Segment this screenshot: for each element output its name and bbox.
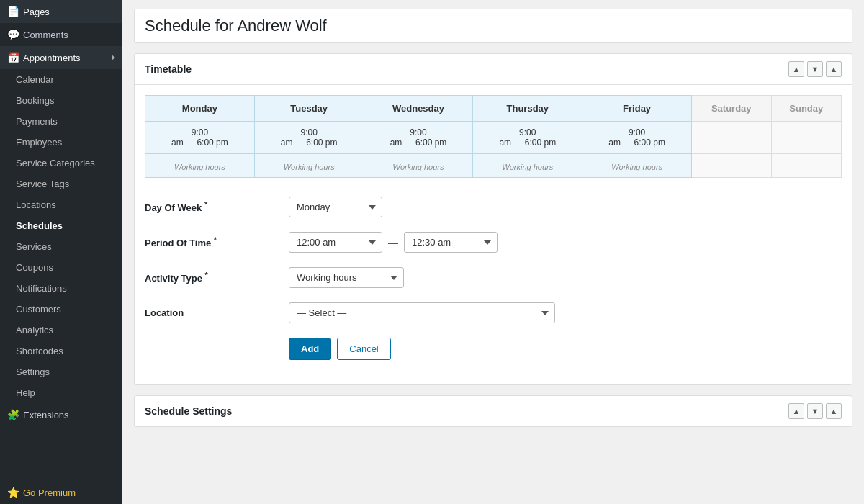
- schedule-settings-down-btn[interactable]: ▼: [807, 403, 823, 419]
- panel-minimize-btn[interactable]: ▲: [826, 61, 842, 77]
- sidebar-item-go-premium[interactable]: ⭐ Go Premium: [0, 481, 122, 504]
- monday-label: Working hours: [153, 163, 247, 171]
- thursday-time-cell: 9:00am — 6:00 pm: [473, 122, 582, 154]
- sidebar-sub-label: Schedules: [16, 220, 63, 231]
- sidebar-sub-label: Locations: [16, 199, 56, 210]
- form-row-day-of-week: Day Of Week * Monday Tuesday Wednesday T…: [145, 197, 842, 217]
- day-tuesday-header: Tuesday: [254, 96, 364, 122]
- sidebar-sub-label: Service Tags: [16, 179, 69, 189]
- appointments-icon: 📅: [7, 52, 19, 63]
- sidebar-item-notifications[interactable]: Notifications: [0, 278, 122, 299]
- day-of-week-label: Day Of Week *: [145, 200, 289, 213]
- sidebar-sub-label: Settings: [16, 366, 50, 377]
- saturday-label-cell: [691, 154, 771, 178]
- sidebar-sub-label: Help: [16, 387, 35, 398]
- sunday-label-cell: [771, 154, 841, 178]
- sidebar-item-label: Pages: [23, 6, 50, 17]
- sidebar-item-payments[interactable]: Payments: [0, 111, 122, 132]
- monday-label-cell: Working hours: [145, 154, 255, 178]
- period-end-select[interactable]: 12:30 am 1:00 am 1:30 am 9:00 am 12:00 p…: [404, 232, 498, 253]
- sidebar-item-label: Extensions: [23, 410, 69, 420]
- form-row-location: Location — Select —: [145, 302, 842, 323]
- wednesday-time: 9:00am — 6:00 pm: [372, 127, 466, 148]
- sidebar-item-service-tags[interactable]: Service Tags: [0, 174, 122, 194]
- cancel-button[interactable]: Cancel: [337, 338, 390, 360]
- period-of-time-label: Period Of Time *: [145, 235, 289, 248]
- sidebar-item-pages[interactable]: 📄 Pages: [0, 0, 122, 23]
- schedule-settings-up-btn[interactable]: ▲: [788, 403, 804, 419]
- sidebar-sub-label: Customers: [16, 304, 61, 315]
- period-of-time-controls: 12:00 am 12:30 am 1:00 am 9:00 am 12:00 …: [289, 232, 498, 253]
- sidebar-item-calendar[interactable]: Calendar: [0, 69, 122, 90]
- sidebar-item-shortcodes[interactable]: Shortcodes: [0, 341, 122, 361]
- sidebar-item-appointments[interactable]: 📅 Appointments: [0, 46, 122, 69]
- sidebar-item-extensions[interactable]: 🧩 Extensions: [0, 403, 122, 426]
- sidebar-item-comments[interactable]: 💬 Comments: [0, 23, 122, 46]
- schedule-settings-panel: Schedule Settings ▲ ▼ ▲: [134, 395, 852, 427]
- activity-type-controls: Working hours Break Day off: [289, 267, 404, 288]
- sidebar-item-label: Comments: [23, 30, 68, 40]
- sidebar-item-bookings[interactable]: Bookings: [0, 90, 122, 111]
- sidebar-sub-label: Bookings: [16, 95, 54, 106]
- sidebar-item-label: Appointments: [23, 53, 81, 63]
- location-controls: — Select —: [289, 302, 555, 323]
- day-saturday-header: Saturday: [691, 96, 771, 122]
- sidebar-item-locations[interactable]: Locations: [0, 194, 122, 215]
- form-buttons: Add Cancel: [289, 338, 391, 360]
- sidebar-sub-label: Analytics: [16, 325, 53, 336]
- sidebar-sub-label: Calendar: [16, 74, 54, 85]
- location-select[interactable]: — Select —: [289, 302, 555, 323]
- form-row-activity-type: Activity Type * Working hours Break Day …: [145, 267, 842, 288]
- panel-controls: ▲ ▼ ▲: [788, 61, 842, 77]
- sidebar-sub-label: Coupons: [16, 262, 53, 273]
- tuesday-time: 9:00am — 6:00 pm: [262, 127, 356, 148]
- tuesday-time-cell: 9:00am — 6:00 pm: [254, 122, 364, 154]
- day-sunday-header: Sunday: [771, 96, 841, 122]
- panel-collapse-up-btn[interactable]: ▲: [788, 61, 804, 77]
- go-premium-label: Go Premium: [23, 487, 76, 498]
- thursday-time: 9:00am — 6:00 pm: [480, 127, 575, 148]
- sidebar-item-employees[interactable]: Employees: [0, 132, 122, 153]
- timetable-panel-body: Monday Tuesday Wednesday Thursday Friday…: [135, 85, 852, 384]
- day-of-week-controls: Monday Tuesday Wednesday Thursday Friday…: [289, 197, 382, 217]
- premium-icon: ⭐: [7, 487, 19, 498]
- timetable-panel: Timetable ▲ ▼ ▲ Monday Tuesday Wednesday…: [134, 53, 852, 385]
- sidebar-item-analytics[interactable]: Analytics: [0, 320, 122, 341]
- timetable-title: Timetable: [145, 63, 192, 75]
- panel-collapse-down-btn[interactable]: ▼: [807, 61, 823, 77]
- thursday-label: Working hours: [480, 163, 575, 171]
- schedule-settings-minimize-btn[interactable]: ▲: [826, 403, 842, 419]
- period-dash: —: [388, 237, 398, 248]
- day-wednesday-header: Wednesday: [364, 96, 473, 122]
- location-label: Location: [145, 307, 289, 318]
- activity-type-select[interactable]: Working hours Break Day off: [289, 267, 404, 288]
- sidebar-item-schedules[interactable]: Schedules: [0, 215, 122, 236]
- wednesday-label: Working hours: [372, 163, 466, 171]
- activity-type-label: Activity Type *: [145, 271, 289, 284]
- schedule-settings-title: Schedule Settings: [145, 405, 232, 417]
- period-start-select[interactable]: 12:00 am 12:30 am 1:00 am 9:00 am 12:00 …: [289, 232, 382, 253]
- sidebar-item-customers[interactable]: Customers: [0, 299, 122, 320]
- sidebar-item-settings[interactable]: Settings: [0, 361, 122, 382]
- schedule-settings-controls: ▲ ▼ ▲: [788, 403, 842, 419]
- monday-time: 9:00am — 6:00 pm: [153, 127, 247, 148]
- form-row-buttons: Add Cancel: [145, 338, 842, 360]
- schedule-settings-header: Schedule Settings ▲ ▼ ▲: [135, 396, 852, 426]
- sidebar-sub-label: Shortcodes: [16, 346, 63, 356]
- sidebar-item-coupons[interactable]: Coupons: [0, 257, 122, 278]
- sidebar-sub-label: Service Categories: [16, 158, 95, 168]
- tuesday-label-cell: Working hours: [254, 154, 364, 178]
- pages-icon: 📄: [7, 6, 19, 17]
- sidebar-item-service-categories[interactable]: Service Categories: [0, 153, 122, 174]
- day-of-week-select[interactable]: Monday Tuesday Wednesday Thursday Friday…: [289, 197, 382, 217]
- monday-time-cell: 9:00am — 6:00 pm: [145, 122, 255, 154]
- friday-label-cell: Working hours: [582, 154, 692, 178]
- sidebar-item-help[interactable]: Help: [0, 382, 122, 403]
- tuesday-label: Working hours: [262, 163, 356, 171]
- sidebar-item-services[interactable]: Services: [0, 236, 122, 257]
- add-button[interactable]: Add: [289, 338, 331, 360]
- friday-time: 9:00am — 6:00 pm: [590, 127, 684, 148]
- day-thursday-header: Thursday: [473, 96, 582, 122]
- sidebar-sub-label: Payments: [16, 116, 58, 127]
- timetable-table: Monday Tuesday Wednesday Thursday Friday…: [145, 95, 842, 178]
